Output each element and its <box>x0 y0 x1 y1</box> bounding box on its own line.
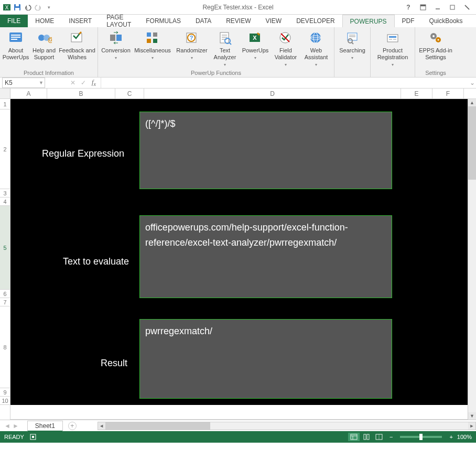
zoom-handle[interactable] <box>419 434 423 440</box>
text-analyzer-button[interactable]: Text Analyzer▾ <box>211 28 239 69</box>
vertical-scrollbar[interactable]: ▲ ▼ <box>468 99 476 420</box>
randomizer-button[interactable]: ? Randomizer▾ <box>174 28 210 69</box>
svg-rect-24 <box>153 39 157 43</box>
save-icon[interactable] <box>13 2 22 13</box>
svg-rect-19 <box>110 35 115 41</box>
minimize-icon[interactable] <box>433 3 442 12</box>
column-headers: A B C D E F <box>0 89 476 99</box>
insert-function-icon[interactable]: fx <box>90 79 98 87</box>
tab-powerups[interactable]: POWERUPS <box>342 15 395 27</box>
tabs-overflow-icon[interactable]: › <box>470 15 476 27</box>
svg-rect-48 <box>389 36 396 38</box>
maximize-icon[interactable] <box>448 3 457 12</box>
scroll-thumb[interactable] <box>105 422 210 430</box>
qat-customize-icon[interactable]: ▾ <box>44 2 53 13</box>
help-icon[interactable]: ? <box>404 3 413 12</box>
feedback-wishes-button[interactable]: Feedback and Wishes <box>59 28 95 69</box>
scroll-left-icon[interactable]: ◄ <box>98 422 105 430</box>
name-box-dropdown-icon[interactable]: ▼ <box>39 80 44 85</box>
sheet-nav-next-icon[interactable]: ► <box>13 422 19 430</box>
status-bar: READY − + 100% <box>0 431 476 443</box>
feedback-icon <box>69 29 85 46</box>
miscellaneous-button[interactable]: Miscellaneous▾ <box>133 28 172 69</box>
view-normal-icon[interactable] <box>348 433 360 441</box>
redo-icon[interactable] <box>34 2 43 13</box>
horizontal-scrollbar[interactable]: ◄ ► <box>98 422 476 430</box>
help-support-button[interactable]: @ Help and Support <box>30 28 58 69</box>
product-registration-button[interactable]: Product Registration▾ <box>373 28 413 69</box>
title-bar: X ▾ RegEx Tester.xlsx - Excel ? <box>0 0 476 15</box>
tab-page-layout[interactable]: PAGE LAYOUT <box>99 15 138 27</box>
sheet-tab[interactable]: Sheet1 <box>27 421 63 432</box>
conversion-button[interactable]: Conversion▾ <box>100 28 132 69</box>
about-powerups-button[interactable]: About PowerUps <box>2 28 29 69</box>
tab-review[interactable]: REVIEW <box>219 15 258 27</box>
field-validator-button[interactable]: Field Validator▾ <box>272 28 299 69</box>
svg-text:X: X <box>5 5 9 10</box>
name-box[interactable]: K5 ▼ <box>2 78 45 88</box>
formula-bar[interactable] <box>101 78 469 88</box>
row-header[interactable]: 3 <box>0 189 10 197</box>
view-page-layout-icon[interactable] <box>361 433 372 441</box>
result-cell[interactable]: pwrregexmatch/ <box>139 319 392 399</box>
svg-rect-22 <box>153 32 157 37</box>
macro-record-icon[interactable] <box>29 433 37 441</box>
new-sheet-icon[interactable]: + <box>68 422 77 430</box>
col-header[interactable]: B <box>47 89 115 98</box>
ribbon-group-settings: EPPS Add-in Settings Settings <box>415 27 456 77</box>
scroll-down-icon[interactable]: ▼ <box>468 412 476 420</box>
row-header[interactable]: 1 <box>0 99 10 109</box>
close-icon[interactable] <box>462 3 472 12</box>
quick-access-toolbar: X ▾ <box>0 2 53 13</box>
zoom-out-icon[interactable]: − <box>390 434 393 440</box>
zoom-in-icon[interactable]: + <box>449 434 452 440</box>
row-header[interactable]: 10 <box>0 397 10 405</box>
tab-formulas[interactable]: FORMULAS <box>138 15 188 27</box>
tab-file[interactable]: FILE <box>0 15 28 27</box>
tab-view[interactable]: VIEW <box>258 15 289 27</box>
search-icon <box>344 29 361 46</box>
accept-formula-icon[interactable]: ✓ <box>80 79 87 86</box>
tab-home[interactable]: HOME <box>28 15 61 27</box>
col-header[interactable]: D <box>144 89 401 98</box>
zoom-slider[interactable] <box>400 436 442 438</box>
web-assistant-button[interactable]: Web Assistant▾ <box>300 28 332 69</box>
tab-developer[interactable]: DEVELOPER <box>289 15 342 27</box>
epps-settings-button[interactable]: EPPS Add-in Settings <box>417 28 454 69</box>
tab-insert[interactable]: INSERT <box>61 15 99 27</box>
row-header[interactable]: 9 <box>0 388 10 397</box>
row-header[interactable]: 6 <box>0 290 10 298</box>
cells-area[interactable]: Regular Expression ([^/]*)/$ Text to eva… <box>10 99 476 420</box>
window-controls: ? <box>404 3 476 12</box>
row-header[interactable]: 5 <box>0 206 10 290</box>
undo-icon[interactable] <box>23 2 33 13</box>
view-page-break-icon[interactable] <box>373 433 385 441</box>
scroll-right-icon[interactable]: ► <box>468 422 475 430</box>
ribbon-display-icon[interactable] <box>418 3 428 12</box>
row-header[interactable]: 2 <box>0 109 10 189</box>
row-header[interactable]: 8 <box>0 306 10 388</box>
scroll-thumb[interactable] <box>468 106 476 180</box>
svg-rect-3 <box>16 4 19 6</box>
regex-cell[interactable]: ([^/]*)/$ <box>139 112 392 189</box>
searching-button[interactable]: Searching▾ <box>337 28 368 69</box>
row-header[interactable]: 4 <box>0 197 10 206</box>
tab-data[interactable]: DATA <box>188 15 219 27</box>
tab-pdf[interactable]: PDF <box>395 15 422 27</box>
sheet-nav-prev-icon[interactable]: ◄ <box>4 422 10 430</box>
col-header[interactable]: E <box>401 89 432 98</box>
row-header[interactable]: 7 <box>0 298 10 306</box>
col-header[interactable]: C <box>115 89 144 98</box>
col-header[interactable]: F <box>432 89 464 98</box>
text-cell[interactable]: officepowerups.com/help-support/excel-fu… <box>139 215 392 298</box>
col-header[interactable]: A <box>10 89 47 98</box>
tab-quickbooks[interactable]: QuickBooks <box>422 15 470 27</box>
svg-rect-21 <box>147 32 151 37</box>
powerups-button[interactable]: X PowerUps▾ <box>240 28 271 69</box>
select-all-corner[interactable] <box>0 89 10 98</box>
status-ready: READY <box>4 434 24 440</box>
cancel-formula-icon[interactable]: ✕ <box>69 79 77 86</box>
expand-formula-bar-icon[interactable]: ⌄ <box>469 79 476 86</box>
zoom-level[interactable]: 100% <box>457 434 472 440</box>
scroll-up-icon[interactable]: ▲ <box>468 99 476 106</box>
